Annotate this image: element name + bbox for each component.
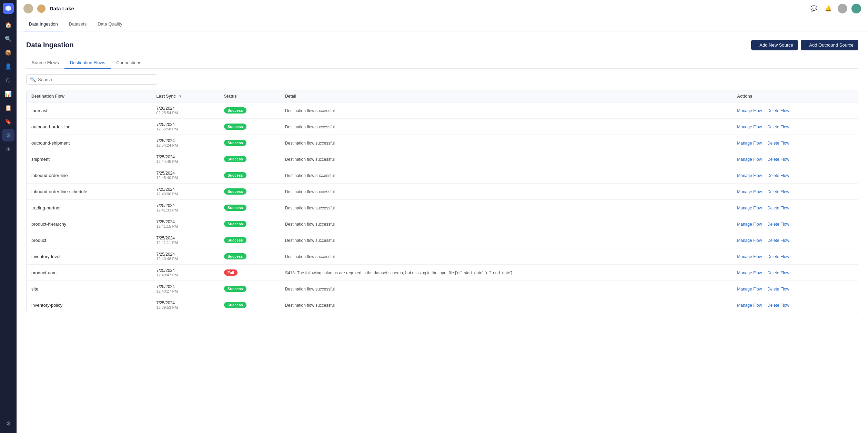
delete-flow-link[interactable]: Delete Flow [767, 287, 789, 292]
topbar: Data Lake 💬 🔔 [17, 0, 868, 17]
sidebar-layers-icon[interactable]: ⬡ [2, 74, 14, 86]
delete-flow-link[interactable]: Delete Flow [767, 189, 789, 194]
cell-actions: Manage Flow Delete Flow [732, 184, 858, 200]
delete-flow-link[interactable]: Delete Flow [767, 173, 789, 178]
add-outbound-source-button[interactable]: + Add Outbound Source [801, 40, 858, 50]
table-row: inbound-order-line 7/25/2024 12:45:40 PM… [27, 167, 858, 184]
cell-actions: Manage Flow Delete Flow [732, 216, 858, 232]
table-row: shipment 7/25/2024 12:44:45 PM Success D… [27, 151, 858, 167]
manage-flow-link[interactable]: Manage Flow [737, 206, 762, 210]
sidebar-settings-bottom-icon[interactable]: ⚙ [2, 417, 14, 430]
delete-flow-link[interactable]: Delete Flow [767, 125, 789, 129]
search-input[interactable] [38, 77, 153, 82]
col-status: Status [219, 90, 280, 102]
tab-datasets[interactable]: Datasets [63, 17, 92, 31]
status-badge: Success [224, 237, 246, 243]
manage-flow-link[interactable]: Manage Flow [737, 222, 762, 227]
manage-flow-link[interactable]: Manage Flow [737, 125, 762, 129]
status-badge: Success [224, 205, 246, 211]
cell-status: Success [219, 184, 280, 200]
delete-flow-link[interactable]: Delete Flow [767, 157, 789, 162]
table-row: product-uom 7/25/2024 12:40:47 PM Fail S… [27, 265, 858, 281]
add-new-source-button[interactable]: + Add New Source [751, 40, 798, 50]
cell-actions: Manage Flow Delete Flow [732, 297, 858, 313]
manage-flow-link[interactable]: Manage Flow [737, 189, 762, 194]
sidebar-chart-icon[interactable]: 📊 [2, 88, 14, 100]
status-badge: Success [224, 253, 246, 259]
cell-actions: Manage Flow Delete Flow [732, 135, 858, 151]
col-last-sync[interactable]: Last Sync ▼ [152, 90, 220, 102]
cell-actions: Manage Flow Delete Flow [732, 102, 858, 119]
cell-status: Success [219, 151, 280, 167]
page-title: Data Ingestion [26, 41, 74, 49]
avatar-placeholder [23, 4, 33, 13]
status-badge: Success [224, 188, 246, 195]
cell-status: Success [219, 232, 280, 248]
table-row: inventory-policy 7/25/2024 12:39:53 PM S… [27, 297, 858, 313]
delete-flow-link[interactable]: Delete Flow [767, 303, 789, 308]
cell-flow-name: outbound-order-line [27, 119, 152, 135]
delete-flow-link[interactable]: Delete Flow [767, 270, 789, 275]
tab-data-ingestion[interactable]: Data Ingestion [23, 17, 63, 31]
sidebar-settings-icon[interactable]: ⚙ [2, 129, 14, 141]
user-avatar2[interactable] [851, 4, 861, 13]
delete-flow-link[interactable]: Delete Flow [767, 222, 789, 227]
sidebar-search-icon[interactable]: 🔍 [2, 32, 14, 45]
user-avatar[interactable] [838, 4, 847, 13]
manage-flow-link[interactable]: Manage Flow [737, 173, 762, 178]
manage-flow-link[interactable]: Manage Flow [737, 270, 762, 275]
status-badge: Success [224, 221, 246, 227]
cell-detail: Destination flow successful [280, 102, 732, 119]
main-content: Data Lake 💬 🔔 Data Ingestion Datasets Da… [17, 0, 868, 433]
col-detail: Detail [280, 90, 732, 102]
sub-tab-destination-flows[interactable]: Destination Flows [64, 57, 111, 69]
cell-actions: Manage Flow Delete Flow [732, 232, 858, 248]
delete-flow-link[interactable]: Delete Flow [767, 254, 789, 259]
cell-last-sync: 7/25/2024 12:43:06 PM [152, 184, 220, 200]
cell-flow-name: inbound-order-line [27, 167, 152, 184]
manage-flow-link[interactable]: Manage Flow [737, 141, 762, 146]
tab-data-quality[interactable]: Data Quality [92, 17, 128, 31]
cell-actions: Manage Flow Delete Flow [732, 167, 858, 184]
sub-tab-source-flows[interactable]: Source Flows [26, 57, 64, 69]
delete-flow-link[interactable]: Delete Flow [767, 206, 789, 210]
avatar2 [37, 4, 46, 13]
cell-status: Success [219, 119, 280, 135]
cell-detail: Destination flow successful [280, 216, 732, 232]
cell-flow-name: inventory-level [27, 248, 152, 265]
sidebar-list-icon[interactable]: 📋 [2, 101, 14, 114]
cell-flow-name: shipment [27, 151, 152, 167]
manage-flow-link[interactable]: Manage Flow [737, 287, 762, 292]
manage-flow-link[interactable]: Manage Flow [737, 238, 762, 243]
cell-actions: Manage Flow Delete Flow [732, 265, 858, 281]
sub-tab-connections[interactable]: Connections [111, 57, 147, 69]
bell-icon[interactable]: 🔔 [823, 3, 834, 14]
status-badge: Fail [224, 269, 238, 276]
manage-flow-link[interactable]: Manage Flow [737, 254, 762, 259]
cell-actions: Manage Flow Delete Flow [732, 119, 858, 135]
cell-last-sync: 7/25/2024 12:41:11 PM [152, 232, 220, 248]
delete-flow-link[interactable]: Delete Flow [767, 141, 789, 146]
sidebar-package-icon[interactable]: 📦 [2, 46, 14, 59]
cell-flow-name: forecast [27, 102, 152, 119]
nav-tabs: Data Ingestion Datasets Data Quality [17, 17, 868, 31]
cell-flow-name: outbound-shipment [27, 135, 152, 151]
manage-flow-link[interactable]: Manage Flow [737, 157, 762, 162]
manage-flow-link[interactable]: Manage Flow [737, 108, 762, 113]
cell-status: Success [219, 216, 280, 232]
sidebar-users-icon[interactable]: 👤 [2, 60, 14, 72]
cell-flow-name: product-hierarchy [27, 216, 152, 232]
delete-flow-link[interactable]: Delete Flow [767, 108, 789, 113]
cell-last-sync: 7/25/2024 12:40:47 PM [152, 265, 220, 281]
sidebar-bookmark-icon[interactable]: 🔖 [2, 115, 14, 128]
search-icon: 🔍 [30, 77, 36, 82]
cell-detail: Destination flow successful [280, 135, 732, 151]
sidebar-home-icon[interactable]: 🏠 [2, 19, 14, 31]
delete-flow-link[interactable]: Delete Flow [767, 238, 789, 243]
page-header: Data Ingestion + Add New Source + Add Ou… [26, 40, 858, 50]
cell-detail: Destination flow successful [280, 167, 732, 184]
sidebar-grid-icon[interactable]: ⊞ [2, 143, 14, 155]
app-logo[interactable] [3, 3, 14, 14]
manage-flow-link[interactable]: Manage Flow [737, 303, 762, 308]
comment-icon[interactable]: 💬 [809, 3, 819, 14]
